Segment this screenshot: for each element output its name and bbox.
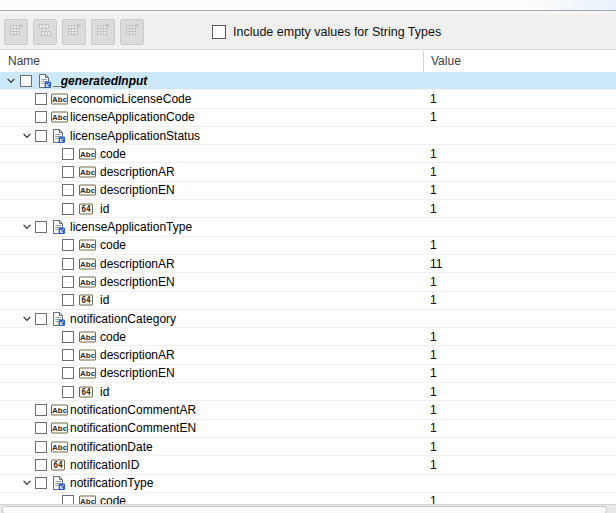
row-checkbox[interactable] (62, 331, 74, 343)
row-checkbox[interactable] (35, 441, 47, 453)
tree-row[interactable]: 64id1 (0, 383, 616, 401)
tree-row[interactable]: 64id1 (0, 200, 616, 218)
row-checkbox[interactable] (35, 111, 47, 123)
row-value[interactable]: 1 (430, 348, 437, 362)
row-checkbox[interactable] (35, 422, 47, 434)
row-checkbox[interactable] (35, 459, 47, 471)
row-value[interactable]: 1 (430, 403, 437, 417)
chevron-down-icon[interactable] (22, 131, 32, 141)
tree-row[interactable]: AbcdescriptionAR1 (0, 163, 616, 181)
string-type-icon: Abc (79, 240, 96, 251)
tree-table-header: Name Value (0, 50, 616, 73)
row-checkbox[interactable] (62, 294, 74, 306)
chevron-down-icon[interactable] (22, 314, 32, 324)
row-checkbox[interactable] (35, 313, 47, 325)
include-empty-values-checkbox[interactable] (212, 25, 226, 39)
row-value[interactable]: 1 (430, 110, 437, 124)
row-value[interactable]: 1 (430, 92, 437, 106)
tree-row[interactable]: notificationType (0, 475, 616, 493)
row-label: id (100, 293, 109, 307)
row-checkbox[interactable] (62, 349, 74, 361)
row-label: code (100, 494, 126, 504)
row-label: descriptionEN (100, 275, 175, 289)
string-type-icon: Abc (79, 496, 96, 504)
grid-delete-button[interactable] (91, 19, 115, 45)
row-value[interactable]: 1 (430, 385, 437, 399)
row-checkbox[interactable] (62, 367, 74, 379)
tree-row[interactable]: Abccode1 (0, 237, 616, 255)
tree-row[interactable]: AbceconomicLicenseCode1 (0, 90, 616, 108)
tree-row[interactable]: AbcdescriptionEN1 (0, 182, 616, 200)
row-checkbox[interactable] (35, 404, 47, 416)
tree-row[interactable]: AbcnotificationCommentEN1 (0, 420, 616, 438)
row-value[interactable]: 1 (430, 147, 437, 161)
tree-row[interactable]: AbcdescriptionAR1 (0, 346, 616, 364)
column-header-value[interactable]: Value (431, 54, 461, 68)
grid-duplicate-rows-button[interactable] (33, 19, 57, 45)
string-type-icon: Abc (79, 185, 96, 196)
row-checkbox[interactable] (35, 221, 47, 233)
row-value[interactable]: 1 (430, 293, 437, 307)
row-checkbox[interactable] (35, 130, 47, 142)
element-node-icon (51, 220, 65, 234)
row-value[interactable]: 1 (430, 494, 437, 504)
tree-row[interactable]: AbclicenseApplicationCode1 (0, 109, 616, 127)
row-checkbox[interactable] (62, 148, 74, 160)
row-checkbox[interactable] (62, 386, 74, 398)
tree-row[interactable]: _generatedInput (0, 72, 616, 90)
chevron-down-icon[interactable] (22, 478, 32, 488)
column-separator-header[interactable] (423, 50, 424, 72)
row-value[interactable]: 1 (430, 275, 437, 289)
row-checkbox[interactable] (62, 203, 74, 215)
tree-row[interactable]: 64notificationID1 (0, 456, 616, 474)
row-value[interactable]: 1 (430, 183, 437, 197)
row-checkbox[interactable] (35, 477, 47, 489)
row-value[interactable]: 1 (430, 440, 437, 454)
tree-row[interactable]: AbcdescriptionEN1 (0, 273, 616, 291)
row-checkbox[interactable] (62, 495, 74, 504)
row-value[interactable]: 1 (430, 165, 437, 179)
chevron-down-icon[interactable] (22, 222, 32, 232)
tree-row[interactable]: AbcdescriptionEN1 (0, 365, 616, 383)
grid-insert-button[interactable] (62, 19, 86, 45)
row-value[interactable]: 1 (430, 421, 437, 435)
tree-row[interactable]: AbcnotificationCommentAR1 (0, 401, 616, 419)
row-checkbox[interactable] (62, 184, 74, 196)
row-label: notificationDate (70, 440, 153, 454)
column-header-name[interactable]: Name (8, 54, 40, 68)
tree-row[interactable]: Abccode1 (0, 145, 616, 163)
tree-row[interactable]: Abccode1 (0, 328, 616, 346)
horizontal-scrollbar[interactable] (0, 504, 616, 513)
row-value[interactable]: 1 (430, 458, 437, 472)
tree-row[interactable]: Abccode1 (0, 493, 616, 504)
grid-insert-icon (66, 22, 82, 41)
row-value[interactable]: 1 (430, 202, 437, 216)
element-node-icon (51, 476, 65, 490)
tree-row[interactable]: licenseApplicationType (0, 218, 616, 236)
row-checkbox[interactable] (62, 239, 74, 251)
row-value[interactable]: 11 (430, 257, 442, 271)
long-type-icon: 64 (51, 459, 65, 470)
row-checkbox[interactable] (62, 276, 74, 288)
row-checkbox[interactable] (20, 75, 32, 87)
tree-row[interactable]: 64id1 (0, 292, 616, 310)
grid-new-button[interactable] (4, 19, 28, 45)
horizontal-scrollbar-thumb[interactable] (2, 506, 607, 513)
tree-row[interactable]: notificationCategory (0, 310, 616, 328)
row-checkbox[interactable] (62, 258, 74, 270)
row-checkbox[interactable] (62, 166, 74, 178)
tree-row[interactable]: licenseApplicationStatus (0, 127, 616, 145)
grid-remove-button[interactable] (120, 19, 144, 45)
row-checkbox[interactable] (35, 93, 47, 105)
chevron-down-icon[interactable] (6, 76, 16, 86)
long-type-icon: 64 (79, 203, 93, 214)
row-label: descriptionAR (100, 257, 175, 271)
tree-row[interactable]: AbcdescriptionAR11 (0, 255, 616, 273)
row-value[interactable]: 1 (430, 366, 437, 380)
row-label: licenseApplicationType (70, 220, 192, 234)
row-label: _generatedInput (54, 74, 147, 88)
row-value[interactable]: 1 (430, 238, 437, 252)
row-value[interactable]: 1 (430, 330, 437, 344)
row-label: code (100, 147, 126, 161)
tree-row[interactable]: AbcnotificationDate1 (0, 438, 616, 456)
